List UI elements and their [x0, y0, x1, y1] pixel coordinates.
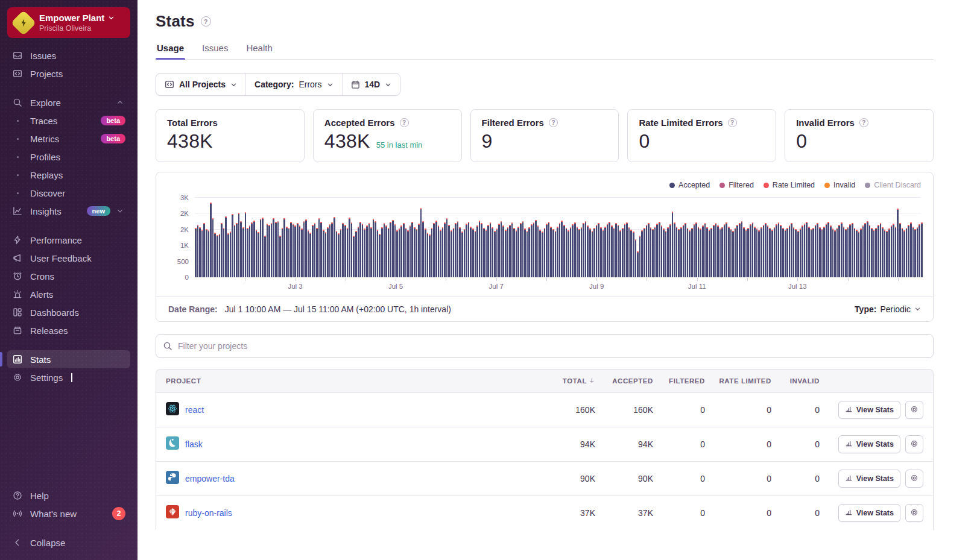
bar — [208, 230, 210, 277]
sidebar-item-discover[interactable]: Discover — [7, 184, 130, 202]
help-icon[interactable]: ? — [400, 118, 409, 127]
column-header-accepted[interactable]: ACCEPTED — [595, 377, 653, 385]
sidebar-item-alerts[interactable]: Alerts — [7, 285, 130, 303]
sidebar-item-whats-new[interactable]: What's new2 — [7, 505, 130, 523]
bar — [531, 224, 533, 277]
column-header-invalid[interactable]: INVALID — [771, 377, 820, 385]
bar — [897, 209, 899, 277]
bar — [502, 225, 504, 277]
legend-item-client-discard[interactable]: Client Discard — [865, 181, 921, 189]
help-icon[interactable]: ? — [549, 118, 558, 127]
column-header-total[interactable]: TOTAL — [530, 377, 595, 385]
column-header-filtered[interactable]: FILTERED — [653, 377, 705, 385]
org-switcher[interactable]: Empower Plant Priscila Oliveira — [7, 7, 130, 38]
chart-type-selector[interactable]: Type: Periodic — [855, 304, 921, 314]
project-selector[interactable]: All Projects — [156, 74, 245, 95]
row-actions: View Stats — [820, 504, 923, 522]
date-range-selector[interactable]: 14D — [342, 74, 400, 95]
bar — [706, 227, 708, 277]
cell-total: 90K — [530, 474, 595, 483]
project-settings-button[interactable] — [905, 435, 923, 453]
sidebar-item-dashboards[interactable]: Dashboards — [7, 303, 130, 321]
sidebar-item-metrics[interactable]: Metricsbeta — [7, 130, 130, 148]
cell-rate-limited: 0 — [705, 474, 771, 483]
x-axis-tick — [747, 278, 748, 281]
sidebar-item-releases[interactable]: Releases — [7, 321, 130, 339]
x-axis-label: Jul 9 — [589, 283, 604, 290]
legend-item-accepted[interactable]: Accepted — [669, 181, 710, 189]
project-link[interactable]: react — [185, 405, 204, 415]
sidebar-item-projects[interactable]: Projects — [7, 64, 130, 83]
sidebar-item-stats[interactable]: Stats — [7, 350, 130, 368]
sidebar-item-user-feedback[interactable]: User Feedback — [7, 249, 130, 267]
sidebar-item-insights[interactable]: Insightsnew — [7, 202, 130, 220]
page-help-icon[interactable]: ? — [201, 16, 211, 27]
project-link[interactable]: empower-tda — [185, 474, 235, 483]
sidebar-item-help[interactable]: Help — [7, 486, 130, 505]
sidebar-item-issues[interactable]: Issues — [7, 46, 130, 64]
dashboards-icon — [12, 307, 23, 318]
sidebar-item-traces[interactable]: Tracesbeta — [7, 112, 130, 130]
bar — [483, 228, 485, 277]
bar — [882, 227, 884, 277]
cell-invalid: 0 — [771, 405, 820, 415]
sidebar-item-collapse[interactable]: Collapse — [7, 533, 130, 552]
help-icon[interactable]: ? — [728, 118, 737, 127]
chevron-down-icon — [108, 14, 115, 21]
tab-issues[interactable]: Issues — [201, 40, 229, 59]
column-header-project[interactable]: PROJECT — [166, 377, 530, 385]
bar — [566, 228, 568, 277]
view-stats-button[interactable]: View Stats — [838, 435, 900, 453]
x-axis-tick — [296, 278, 296, 281]
bar — [895, 227, 897, 277]
legend-item-invalid[interactable]: Invalid — [824, 181, 855, 189]
sidebar-item-crons[interactable]: Crons — [7, 267, 130, 285]
sidebar-item-replays[interactable]: Replays — [7, 166, 130, 184]
bar — [700, 228, 701, 277]
bar — [609, 222, 610, 277]
bar — [578, 229, 580, 277]
project-settings-button[interactable] — [905, 401, 923, 419]
y-axis-label: 500 — [177, 258, 189, 265]
project-settings-button[interactable] — [905, 470, 923, 488]
bar — [875, 228, 877, 277]
sidebar-item-profiles[interactable]: Profiles — [7, 148, 130, 166]
project-link[interactable]: ruby-on-rails — [185, 508, 232, 518]
legend-item-filtered[interactable]: Filtered — [719, 181, 754, 189]
help-icon[interactable]: ? — [859, 118, 868, 127]
bar — [618, 225, 619, 277]
category-selector[interactable]: Category: Errors — [245, 74, 341, 95]
bar — [602, 230, 604, 277]
bar — [834, 230, 836, 277]
sidebar-item-label: Projects — [30, 69, 63, 79]
bar — [481, 223, 482, 277]
view-stats-button[interactable]: View Stats — [838, 470, 900, 488]
bar — [394, 224, 396, 277]
cell-accepted: 94K — [595, 439, 653, 449]
sidebar-item-explore[interactable]: Explore — [7, 93, 130, 112]
project-link[interactable]: flask — [185, 439, 203, 449]
chevron-down-icon — [327, 81, 334, 88]
bar — [782, 228, 784, 277]
project-cell: ruby-on-rails — [166, 505, 530, 521]
legend-item-rate-limited[interactable]: Rate Limited — [764, 181, 815, 189]
legend-label: Client Discard — [874, 181, 921, 189]
bar-chart-small-icon — [845, 405, 853, 415]
view-stats-button[interactable]: View Stats — [838, 504, 900, 522]
bar — [299, 225, 301, 277]
sidebar-item-performance[interactable]: Performance — [7, 231, 130, 249]
tab-usage[interactable]: Usage — [156, 40, 185, 59]
sidebar-item-label: Replays — [30, 170, 63, 180]
project-settings-button[interactable] — [905, 504, 923, 522]
sidebar-item-settings[interactable]: Settings — [7, 368, 130, 386]
page-filter-bar: All Projects Category: Errors 14D — [156, 73, 400, 96]
bar — [203, 223, 205, 277]
bar — [283, 218, 285, 277]
column-header-rate-limited[interactable]: RATE LIMITED — [705, 377, 771, 385]
tab-health[interactable]: Health — [245, 40, 273, 59]
bar — [214, 233, 216, 277]
view-stats-button[interactable]: View Stats — [838, 401, 900, 419]
bar — [581, 227, 583, 277]
project-filter-input[interactable] — [156, 334, 934, 358]
cell-accepted: 160K — [595, 405, 653, 415]
